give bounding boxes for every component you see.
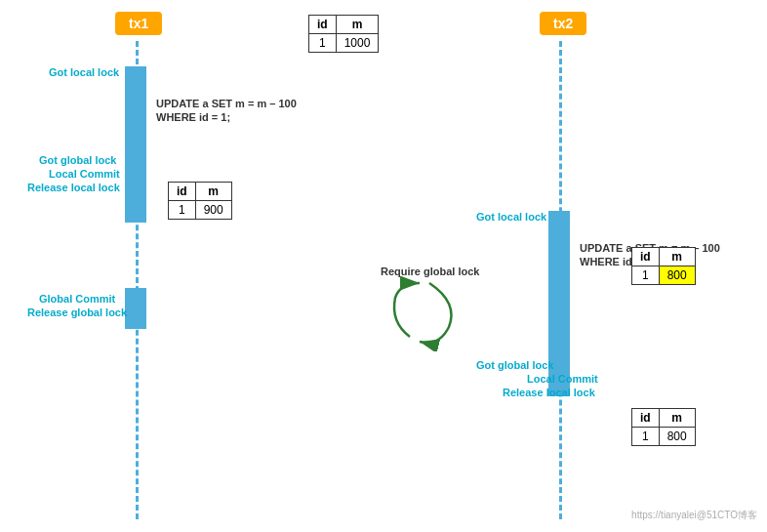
- initial-table-header-m: m: [336, 16, 379, 34]
- tx2-bottom-row-id: 1: [632, 428, 660, 446]
- tx1-global-commit: Global Commit: [39, 293, 115, 305]
- tx2-release-local-lock: Release local lock: [503, 387, 595, 398]
- tx1-update-sql-2: WHERE id = 1;: [156, 111, 230, 123]
- tx2-got-local-lock: Got local lock: [476, 211, 546, 223]
- tx2-bottom-header-m: m: [659, 409, 695, 428]
- tx2-inline-row-m: 800: [659, 266, 695, 285]
- watermark: https://tianyalei@51CTO博客: [631, 509, 757, 522]
- initial-table-row-m: 1000: [336, 34, 379, 53]
- tx1-local-commit: Local Commit: [49, 168, 120, 180]
- tx1-action-bar-2: [125, 288, 146, 329]
- tx1-table-header-m: m: [195, 183, 231, 201]
- tx1-table-row-id: 1: [169, 201, 196, 220]
- tx2-inline-header-id: id: [632, 248, 660, 266]
- tx2-bottom-table: id m 1 800: [631, 408, 696, 446]
- tx1-release-global-lock: Release global lock: [27, 307, 127, 318]
- tx1-table-row-m: 900: [195, 201, 231, 220]
- tx2-inline-table: id m 1 800: [631, 247, 696, 285]
- tx1-release-local-lock: Release local lock: [27, 182, 120, 193]
- tx2-got-global-lock: Got global lock: [476, 359, 553, 371]
- tx1-table-header-id: id: [169, 183, 196, 201]
- tx2-bottom-row-m: 800: [659, 428, 695, 446]
- require-global-lock-arrows: [381, 273, 478, 351]
- tx1-got-global-lock: Got global lock: [39, 154, 116, 166]
- tx2-bottom-header-id: id: [632, 409, 660, 428]
- tx2-inline-header-m: m: [659, 248, 695, 266]
- tx2-label: tx2: [540, 12, 586, 35]
- tx2-inline-row-id: 1: [632, 266, 660, 285]
- initial-table-header-id: id: [309, 16, 337, 34]
- tx1-label: tx1: [115, 12, 162, 35]
- tx1-update-sql-1: UPDATE a SET m = m – 100: [156, 98, 297, 109]
- tx2-local-commit: Local Commit: [527, 373, 598, 385]
- tx1-got-local-lock: Got local lock: [49, 66, 119, 78]
- initial-table: id m 1 1000: [308, 15, 379, 53]
- tx1-action-bar-1: [125, 66, 146, 223]
- tx1-table: id m 1 900: [168, 182, 232, 220]
- initial-table-row-id: 1: [309, 34, 337, 53]
- diagram: tx1 tx2 id m 1 1000 Got local lock UPDAT…: [0, 0, 767, 532]
